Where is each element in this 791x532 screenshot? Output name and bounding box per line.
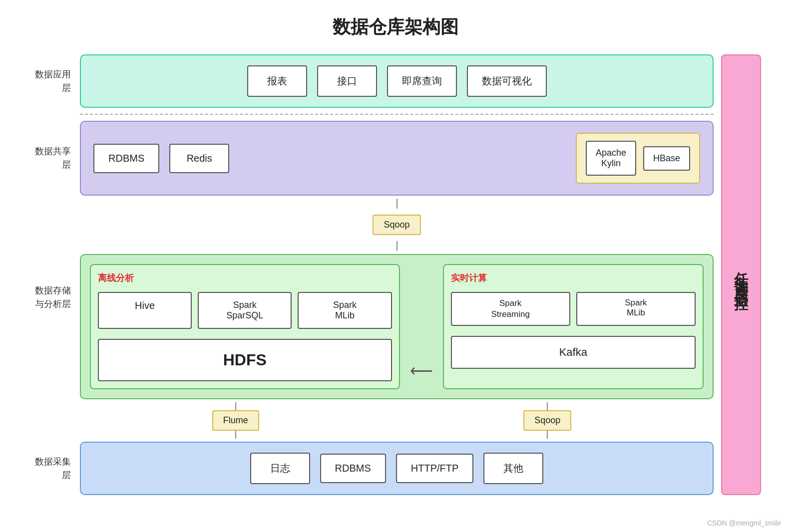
app-item-baobiao: 报表: [247, 65, 307, 97]
share-layer-content: RDBMS Redis Apache Kylin HBase: [80, 121, 714, 196]
storage-layer-box: 离线分析 Hive Spark SparSQL Spark MLib HDFS …: [80, 254, 714, 399]
app-layer-row: 数据应用层 报表 接口 即席查询 数据可视化: [30, 54, 714, 108]
sqoop-top-box: Sqoop: [373, 215, 420, 235]
offline-tools-row: Hive Spark SparSQL Spark MLib: [98, 292, 392, 329]
collection-layer-label: 数据采集层: [30, 455, 80, 482]
watermark: CSDN @mengml_smile: [707, 519, 781, 527]
app-item-jiekou: 接口: [317, 65, 377, 97]
layers-area: 数据应用层 报表 接口 即席查询 数据可视化 数据共享层 RDBMS: [30, 54, 714, 495]
sqoop-top-connector: Sqoop: [30, 215, 714, 235]
realtime-sparklib: Spark MLib: [576, 292, 696, 326]
kafka-box: Kafka: [451, 336, 696, 369]
hdfs-kafka-arrow: ⟵: [410, 361, 433, 380]
diagram-wrapper: 数据应用层 报表 接口 即席查询 数据可视化 数据共享层 RDBMS: [0, 54, 791, 495]
collection-item-rdbms: RDBMS: [320, 454, 386, 483]
share-item-rdbms: RDBMS: [93, 144, 159, 173]
offline-sparksql: Spark SparSQL: [198, 292, 292, 329]
collection-item-log: 日志: [250, 453, 310, 484]
page-title: 数据仓库架构图: [0, 15, 791, 39]
offline-hive: Hive: [98, 292, 192, 329]
storage-layer-label: 数据存储 与分析层: [30, 254, 80, 311]
right-label: 任务调度与监控: [721, 54, 761, 495]
bottom-connectors: Flume Sqoop: [30, 402, 714, 439]
app-layer-box: 报表 接口 即席查询 数据可视化: [80, 54, 714, 108]
divider-1: [80, 114, 714, 115]
storage-layer-content: 离线分析 Hive Spark SparSQL Spark MLib HDFS …: [80, 254, 714, 399]
sqoop-bottom-box: Sqoop: [523, 410, 571, 431]
app-layer-content: 报表 接口 即席查询 数据可视化: [80, 54, 714, 108]
app-item-visualization: 数据可视化: [467, 65, 547, 97]
sqoop-top-line2: [30, 241, 714, 251]
offline-title: 离线分析: [98, 272, 392, 284]
kylin-hbase-group: Apache Kylin HBase: [576, 133, 700, 184]
collection-layer-row: 数据采集层 日志 RDBMS HTTP/FTP 其他: [30, 442, 714, 495]
sqoop-top-row: [30, 199, 714, 209]
collection-layer-content: 日志 RDBMS HTTP/FTP 其他: [80, 442, 714, 495]
share-layer-row: 数据共享层 RDBMS Redis Apache Kylin HBase: [30, 121, 714, 196]
kylin-box: Apache Kylin: [586, 141, 636, 176]
share-item-redis: Redis: [169, 144, 229, 173]
app-layer-label: 数据应用层: [30, 68, 80, 95]
collection-item-other: 其他: [483, 453, 543, 484]
main-container: 数据仓库架构图 数据应用层 报表 接口 即席查询 数据可视化 数据共享层: [0, 0, 791, 532]
share-layer-label: 数据共享层: [30, 145, 80, 172]
realtime-analysis-box: 实时计算 Spark Streaming Spark MLib Kafka: [443, 264, 704, 389]
hbase-box: HBase: [643, 146, 690, 171]
app-item-jixichaxun: 即席查询: [387, 65, 457, 97]
realtime-sparkstreaming: Spark Streaming: [451, 292, 570, 326]
realtime-title: 实时计算: [451, 272, 696, 284]
flume-box: Flume: [212, 410, 259, 431]
collection-layer-box: 日志 RDBMS HTTP/FTP 其他: [80, 442, 714, 495]
share-layer-box: RDBMS Redis Apache Kylin HBase: [80, 121, 714, 196]
offline-analysis-box: 离线分析 Hive Spark SparSQL Spark MLib HDFS: [90, 264, 400, 389]
offline-sparklib: Spark MLib: [298, 292, 392, 329]
realtime-tools-row: Spark Streaming Spark MLib: [451, 292, 696, 326]
hdfs-box: HDFS: [98, 339, 392, 381]
collection-item-httpftp: HTTP/FTP: [396, 454, 474, 483]
storage-layer-row: 数据存储 与分析层 离线分析 Hive Spark SparSQL Spark …: [30, 254, 714, 399]
